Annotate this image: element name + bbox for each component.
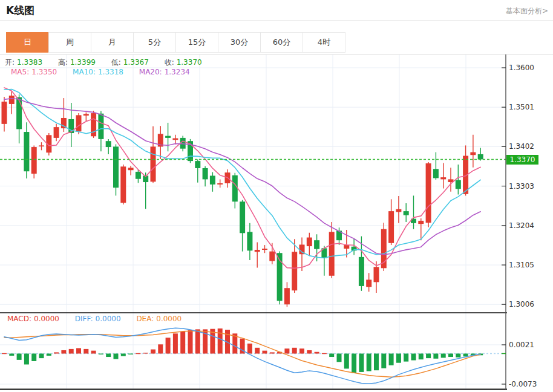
macd-histogram-bar (128, 354, 133, 354)
macd-histogram-bar (121, 354, 126, 356)
price-axis-label: 1.3501 (509, 103, 534, 111)
candle-body (255, 250, 260, 252)
macd-axis-label: 0.0021 (509, 341, 534, 349)
macd-histogram-bar (143, 353, 148, 353)
macd-histogram-bar (359, 354, 364, 372)
candle-body (195, 161, 200, 168)
candle-body (165, 136, 171, 138)
candle-body (83, 114, 89, 116)
price-axis-label: 1.3105 (509, 261, 534, 269)
macd-histogram-bar (337, 354, 342, 362)
macd-histogram-bar (83, 349, 88, 354)
candle-body (151, 146, 156, 181)
candle-body (456, 180, 461, 189)
price-axis-label: 1.3600 (509, 64, 534, 72)
macd-histogram-bar (255, 348, 260, 354)
candle-body (128, 168, 134, 170)
macd-histogram-bar (180, 332, 185, 354)
candle-body (9, 96, 15, 104)
macd-histogram-bar (106, 354, 111, 358)
macd-histogram-bar (419, 354, 424, 360)
macd-histogram-bar (9, 354, 14, 356)
macd-histogram-bar (158, 344, 163, 353)
macd-histogram-bar (47, 354, 51, 356)
candle-body (31, 147, 37, 174)
kline-page: K线图 基本面分析> 日 周 月 5分 15分 30分 60分 4时 1.360… (0, 0, 553, 392)
candle-body (344, 245, 349, 249)
macd-histogram-bar (188, 330, 193, 354)
macd-histogram-bar (61, 350, 66, 354)
macd-histogram-bar (2, 353, 7, 354)
candle-body (314, 240, 319, 249)
price-axis-label: 1.3006 (509, 300, 534, 309)
candle-body (120, 166, 126, 203)
candle-body (217, 183, 223, 185)
price-axis-label: 1.3303 (509, 182, 534, 191)
macd-histogram-bar (404, 354, 408, 362)
candle-body (262, 249, 267, 250)
candle-body (39, 145, 44, 146)
macd-histogram-bar (433, 354, 438, 359)
candle-body (172, 139, 178, 140)
candle-body (366, 279, 371, 287)
macd-histogram-bar (456, 354, 460, 358)
macd-histogram-bar (54, 352, 59, 353)
candle-body (2, 102, 7, 124)
macd-histogram-bar (173, 333, 178, 353)
macd-histogram-bar (367, 354, 371, 371)
candle-body (247, 232, 252, 250)
candle-body (203, 168, 208, 179)
candle-body (418, 221, 424, 224)
macd-histogram-bar (114, 354, 119, 359)
macd-histogram-bar (166, 338, 171, 353)
macd-histogram-bar (448, 354, 453, 358)
macd-histogram-bar (344, 354, 349, 369)
candle-body (404, 211, 409, 215)
macd-histogram-bar (352, 354, 356, 374)
candle-body (16, 97, 22, 129)
macd-histogram-bar (17, 354, 22, 360)
macd-histogram-bar (299, 348, 304, 353)
candle-body (76, 115, 82, 131)
macd-axis-label: -0.0073 (509, 380, 537, 388)
candle-body (24, 132, 29, 171)
candle-body (136, 172, 141, 179)
macd-histogram-bar (270, 352, 275, 353)
macd-histogram-bar (389, 354, 394, 365)
candle-body (113, 146, 119, 188)
macd-histogram-bar (441, 354, 446, 358)
macd-histogram-bar (411, 354, 416, 361)
macd-histogram-bar (292, 348, 297, 354)
macd-histogram-bar (99, 354, 103, 354)
candle-body (54, 127, 59, 138)
candle-body (232, 175, 238, 201)
candle-body (396, 209, 401, 212)
kline-chart-canvas[interactable]: 1.36001.35011.34021.33031.32041.31051.30… (0, 0, 553, 392)
candle-body (426, 163, 431, 223)
candle-body (106, 141, 111, 147)
macd-histogram-bar (76, 348, 81, 354)
candle-body (307, 238, 312, 246)
candle-body (284, 288, 290, 304)
candle-body (374, 267, 379, 282)
candle-body (388, 211, 394, 243)
dea-line (4, 331, 480, 377)
macd-histogram-bar (31, 354, 36, 361)
candle-body (210, 175, 215, 184)
candle-body (470, 152, 476, 155)
macd-histogram-bar (315, 352, 319, 354)
macd-histogram-bar (329, 354, 334, 358)
macd-histogram-bar (463, 354, 468, 357)
candle-body (478, 154, 483, 160)
macd-histogram-bar (39, 354, 44, 359)
macd-histogram-bar (91, 351, 96, 354)
price-axis-label: 1.3402 (509, 142, 534, 151)
candle-body (329, 232, 335, 275)
macd-histogram-bar (307, 350, 312, 354)
macd-histogram-bar (284, 348, 289, 353)
macd-histogram-bar (69, 349, 74, 354)
macd-histogram-bar (136, 353, 140, 354)
macd-histogram-bar (247, 344, 252, 354)
candle-body (440, 177, 446, 179)
candle-body (269, 252, 275, 261)
